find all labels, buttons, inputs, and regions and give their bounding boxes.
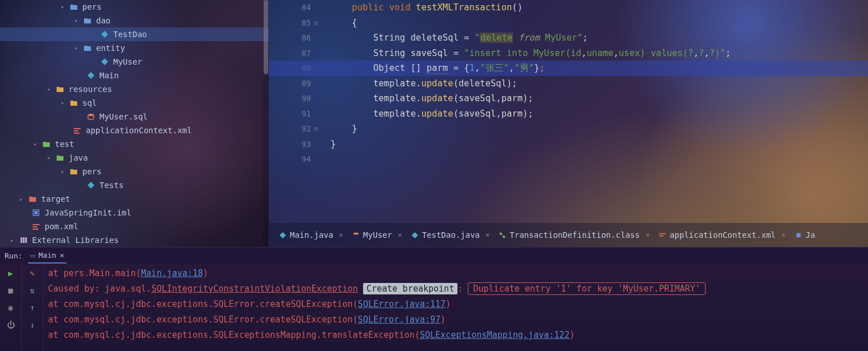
scroll-up-button[interactable]: ↑ <box>27 302 38 313</box>
xml-icon <box>72 127 82 134</box>
code-line[interactable]: } <box>331 137 868 152</box>
screenshot-button[interactable]: ◉ <box>6 302 16 313</box>
close-icon[interactable]: × <box>485 231 489 239</box>
code-line[interactable] <box>331 151 868 167</box>
chevron-down-icon[interactable]: ▾ <box>47 155 54 161</box>
close-icon[interactable]: × <box>59 251 64 260</box>
tree-item-testdao[interactable]: TestDao <box>0 27 269 41</box>
svg-rect-13 <box>21 237 22 243</box>
close-icon[interactable]: × <box>646 231 650 239</box>
tree-item-applicationcontext-xml[interactable]: applicationContext.xml <box>0 123 269 137</box>
fold-column[interactable]: ⊟⊟ <box>314 0 322 223</box>
chevron-down-icon[interactable]: ▾ <box>74 45 81 51</box>
tree-item-pom-xml[interactable]: pom.xml <box>0 220 269 233</box>
code-line[interactable]: { <box>331 15 868 31</box>
filter-button[interactable]: ⇅ <box>27 285 38 296</box>
edit-button[interactable]: ✎ <box>27 268 38 278</box>
close-icon[interactable]: × <box>782 231 786 239</box>
rerun-button[interactable]: ▶ <box>6 268 16 278</box>
code-line[interactable]: } <box>331 121 868 137</box>
source-link[interactable]: SQLExceptionsMapping.java:122 <box>420 330 570 340</box>
code-line[interactable]: Object [] parm = {1,"张三","男"}; <box>269 61 868 76</box>
editor-tab-transactiondefinition-class[interactable]: TransactionDefinition.class× <box>496 229 652 241</box>
tree-item-myuser[interactable]: MyUser <box>0 55 269 69</box>
code-line[interactable]: String deleteSql = "delete from MyUser"; <box>331 30 868 46</box>
chevron-down-icon[interactable]: ▾ <box>61 169 67 175</box>
close-icon[interactable]: × <box>339 231 343 239</box>
tree-item-sql[interactable]: ▾sql <box>0 96 269 110</box>
line-number[interactable]: 93 <box>269 137 311 152</box>
line-number[interactable]: 87 <box>269 46 311 61</box>
tree-item-pers[interactable]: ▾pers <box>0 165 269 178</box>
source-link[interactable]: Main.java:18 <box>141 268 203 278</box>
stop-icon: ■ <box>8 286 13 295</box>
editor-tab-main-java[interactable]: Main.java× <box>277 229 345 241</box>
lib-icon <box>18 236 29 244</box>
svg-rect-12 <box>33 229 38 230</box>
tree-item-pers[interactable]: ▾pers <box>0 0 269 14</box>
console-line: Caused by: java.sql.SQLIntegrityConstrai… <box>48 281 863 297</box>
tree-item-java[interactable]: ▾java <box>0 151 269 165</box>
line-number[interactable]: 86 <box>269 30 311 46</box>
chevron-down-icon[interactable]: ▾ <box>61 4 67 10</box>
console-line: at com.mysql.cj.jdbc.exceptions.SQLError… <box>48 297 863 312</box>
svg-rect-19 <box>500 232 502 234</box>
close-icon[interactable]: × <box>398 231 402 239</box>
editor-gutter[interactable]: 8485868788899091929394 <box>269 0 314 223</box>
source-link[interactable]: SQLError.java:117 <box>358 299 446 309</box>
line-number[interactable]: 94 <box>269 151 311 167</box>
line-number[interactable]: 84 <box>269 0 311 15</box>
line-number[interactable]: 85 <box>269 15 311 31</box>
editor-tab-testdao-java[interactable]: TestDao.java× <box>409 229 492 241</box>
folder-icon <box>55 154 65 161</box>
tree-scrollbar-thumb[interactable] <box>264 0 268 74</box>
tree-item-label: JavaSpringInit.iml <box>45 208 132 217</box>
line-number[interactable]: 91 <box>269 106 311 122</box>
tree-item-myuser-sql[interactable]: MyUser.sql <box>0 110 269 123</box>
code-lines[interactable]: public void testXMLTransaction() { Strin… <box>322 0 868 223</box>
editor-tab-ja[interactable]: Ja <box>793 229 818 241</box>
run-tab-main[interactable]: ▭ Main × <box>28 248 66 264</box>
code-line[interactable]: template.update(saveSql,parm); <box>331 91 868 106</box>
stop-button[interactable]: ■ <box>6 285 16 296</box>
tab-label: Main.java <box>290 230 333 240</box>
scroll-down-button[interactable]: ↓ <box>27 320 38 330</box>
tree-item-javaspringinit-iml[interactable]: JavaSpringInit.iml <box>0 206 269 220</box>
tree-item-target[interactable]: ▸target <box>0 192 269 206</box>
editor-tab-myuser[interactable]: MyUser× <box>350 229 404 241</box>
tree-item-external-libraries[interactable]: ▸External Libraries <box>0 233 269 247</box>
code-editor[interactable]: 8485868788899091929394 ⊟⊟ public void te… <box>269 0 868 247</box>
project-tree[interactable]: ▾pers▾daoTestDao▾entityMyUserMain▾resour… <box>0 0 269 247</box>
tree-scrollbar[interactable] <box>263 0 269 247</box>
tree-item-test[interactable]: ▾test <box>0 137 269 151</box>
console-output[interactable]: at pers.Main.main(Main.java:18)Caused by… <box>43 264 868 351</box>
fold-toggle-icon[interactable]: ⊟ <box>314 19 318 27</box>
chevron-down-icon[interactable]: ▾ <box>33 141 40 147</box>
line-number[interactable]: 90 <box>269 91 311 106</box>
tree-item-entity[interactable]: ▾entity <box>0 41 269 55</box>
tree-item-dao[interactable]: ▾dao <box>0 14 269 27</box>
chevron-right-icon[interactable]: ▸ <box>19 196 26 202</box>
chevron-right-icon[interactable]: ▸ <box>10 237 17 244</box>
tree-item-tests[interactable]: Tests <box>0 178 269 192</box>
create-breakpoint-button[interactable]: Create breakpoint <box>363 283 458 294</box>
filter-icon: ⇅ <box>30 286 34 295</box>
line-number[interactable]: 92 <box>269 121 311 137</box>
tree-item-main[interactable]: Main <box>0 69 269 82</box>
tree-item-resources[interactable]: ▾resources <box>0 82 269 96</box>
code-line[interactable]: template.update(deleteSql); <box>331 76 868 91</box>
source-link[interactable]: SQLError.java:97 <box>358 314 441 325</box>
chevron-down-icon[interactable]: ▾ <box>61 100 67 106</box>
exception-link[interactable]: SQLIntegrityConstraintViolationException <box>152 284 358 294</box>
line-number[interactable]: 89 <box>269 76 311 91</box>
code-line[interactable]: public void testXMLTransaction() <box>331 0 868 15</box>
folder-res-icon <box>55 86 65 93</box>
svg-point-3 <box>88 114 94 116</box>
code-line[interactable]: String saveSql = "insert into MyUser(id,… <box>331 46 868 61</box>
editor-tab-applicationcontext-xml[interactable]: applicationContext.xml× <box>656 229 788 241</box>
code-line[interactable]: template.update(saveSql,parm); <box>331 106 868 122</box>
chevron-down-icon[interactable]: ▾ <box>47 86 54 93</box>
chevron-down-icon[interactable]: ▾ <box>74 18 81 24</box>
exit-button[interactable]: ⏻ <box>6 320 16 330</box>
fold-toggle-icon[interactable]: ⊟ <box>314 125 318 133</box>
